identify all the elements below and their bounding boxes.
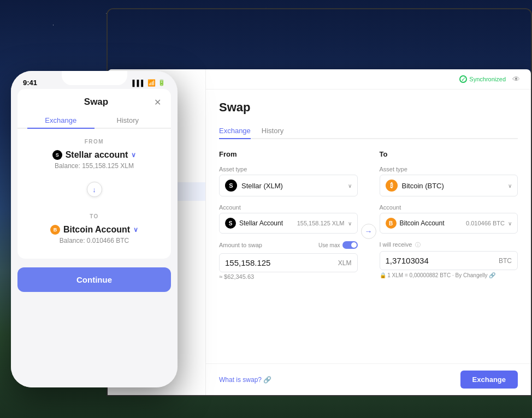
phone-from-label: FROM <box>27 139 161 145</box>
phone-to-section: TO B Bitcoin Account ∨ Balance: 0.010466… <box>17 204 171 250</box>
from-column: From Asset type S Stellar (XLM) ∨ <box>219 150 358 280</box>
bitcoin-account-icon: B <box>386 218 397 229</box>
from-asset-name: Stellar (XLM) <box>241 182 283 190</box>
phone-from-chevron-icon: ∨ <box>131 151 136 159</box>
from-account-chevron-icon: ∨ <box>348 220 352 226</box>
to-account-balance: 0.010466 BTC <box>466 220 505 226</box>
phone-screen: 9:41 ▌▌▌ 📶 🔋 Swap ✕ Exchange History <box>11 71 178 387</box>
to-account-label: Account <box>380 204 518 211</box>
bitcoin-asset-icon: ₿ <box>386 180 398 192</box>
sync-badge: ✓ Synchronized <box>459 75 506 83</box>
swap-content: Swap Exchange History From Asset type <box>206 89 531 363</box>
phone-from-balance: Balance: 155,158.125 XLM <box>27 162 161 170</box>
to-asset-type: Asset type ₿ Bitcoin (BTC) ∨ <box>380 166 518 196</box>
receive-currency: BTC <box>499 257 512 265</box>
phone-modal: Swap ✕ Exchange History FROM S Stellar a… <box>17 89 171 259</box>
from-amount: Amount to swap Use max XLM <box>219 241 358 280</box>
toggle-knob <box>351 242 357 248</box>
to-asset-select[interactable]: ₿ Bitcoin (BTC) ∨ <box>380 175 518 196</box>
use-max-container: Use max <box>318 241 357 249</box>
phone-stellar-icon: S <box>52 150 62 160</box>
to-asset-label: Asset type <box>380 166 518 172</box>
phone-tab-exchange[interactable]: Exchange <box>27 113 94 129</box>
from-asset-select[interactable]: S Stellar (XLM) ∨ <box>219 175 358 196</box>
main-content: ✓ Synchronized 👁 Swap Exchange History <box>206 69 531 395</box>
amount-usd: ≈ $62,345.63 <box>219 273 358 280</box>
phone-bitcoin-icon: B <box>50 225 60 235</box>
phone-frame: 9:41 ▌▌▌ 📶 🔋 Swap ✕ Exchange History <box>11 71 178 387</box>
eye-icon[interactable]: 👁 <box>512 75 520 83</box>
sync-label: Synchronized <box>469 76 506 82</box>
phone-tabs: Exchange History <box>17 108 171 129</box>
to-asset-chevron-icon: ∨ <box>508 183 512 189</box>
bottom-bar: What is swap? 🔗 Exchange <box>206 363 531 395</box>
phone-from-account-name: Stellar account <box>66 150 128 160</box>
amount-field: XLM <box>219 253 358 272</box>
from-section-label: From <box>219 150 358 158</box>
signal-icon: ▌▌▌ <box>133 80 145 86</box>
tab-exchange[interactable]: Exchange <box>219 123 251 139</box>
from-asset-type: Asset type S Stellar (XLM) ∨ <box>219 166 358 196</box>
from-account-balance: 155,158.125 XLM <box>297 220 345 226</box>
phone-title: Swap <box>38 97 154 108</box>
swap-form: From Asset type S Stellar (XLM) ∨ <box>219 150 518 280</box>
to-account-chevron-icon: ∨ <box>508 220 512 226</box>
phone-to-balance: Balance: 0.010466 BTC <box>27 237 161 244</box>
phone-from-section: FROM S Stellar account ∨ Balance: 155,15… <box>17 129 171 175</box>
to-section-label: To <box>380 150 518 158</box>
amount-input[interactable] <box>225 258 335 267</box>
phone-to-account-name: Bitcoin Account <box>63 225 130 235</box>
down-arrow-icon: ↓ <box>87 182 102 197</box>
use-max-label: Use max <box>318 242 340 248</box>
swap-tabs: Exchange History <box>219 123 518 139</box>
what-is-swap-link[interactable]: What is swap? 🔗 <box>219 376 271 384</box>
to-asset-name: Bitcoin (BTC) <box>402 182 444 190</box>
phone-to-label: TO <box>27 213 161 219</box>
phone-to-chevron-icon: ∨ <box>133 226 138 234</box>
tab-history[interactable]: History <box>262 123 283 139</box>
exchange-rate: 🔒 1 XLM = 0,00000882 BTC · By Changelly … <box>380 272 518 278</box>
phone-to-account-row[interactable]: B Bitcoin Account ∨ <box>27 225 161 235</box>
sync-icon: ✓ <box>459 75 467 83</box>
phone-swap-arrow: ↓ <box>17 175 171 204</box>
use-max-toggle[interactable] <box>342 241 358 249</box>
exchange-button[interactable]: Exchange <box>460 371 518 389</box>
receive-field: 1,37103034 BTC <box>380 251 518 270</box>
swap-arrow: → <box>358 150 380 280</box>
to-receive: I will receive ⓘ 1,37103034 BTC 🔒 1 XLM … <box>380 241 518 278</box>
phone-header: Swap ✕ <box>17 89 171 108</box>
to-account: Account B Bitcoin Account 0.010466 BTC ∨ <box>380 204 518 234</box>
receive-label: I will receive ⓘ <box>380 241 518 249</box>
swap-direction-icon: → <box>361 224 376 239</box>
stellar-account-icon: S <box>225 218 236 229</box>
receive-value: 1,37103034 <box>386 256 429 265</box>
wifi-icon: 📶 <box>147 79 156 87</box>
status-icons: ▌▌▌ 📶 🔋 <box>133 79 165 87</box>
to-account-name: Bitcoin Account <box>400 219 445 227</box>
battery-icon: 🔋 <box>158 79 165 86</box>
close-button[interactable]: ✕ <box>154 97 161 108</box>
from-account: Account S Stellar Account 155,158.125 XL… <box>219 204 358 234</box>
swap-page-title: Swap <box>219 100 518 115</box>
from-asset-label: Asset type <box>219 166 358 172</box>
stellar-asset-icon: S <box>225 180 237 192</box>
from-account-name: Stellar Account <box>239 219 283 227</box>
top-bar: ✓ Synchronized 👁 <box>206 69 531 89</box>
to-account-select[interactable]: B Bitcoin Account 0.010466 BTC ∨ <box>380 213 518 234</box>
phone-from-account-row[interactable]: S Stellar account ∨ <box>27 150 161 160</box>
to-column: To Asset type ₿ Bitcoin (BTC) ∨ <box>380 150 518 280</box>
from-account-label: Account <box>219 204 358 211</box>
amount-currency: XLM <box>338 259 352 267</box>
phone-notch <box>62 71 127 85</box>
amount-label: Amount to swap <box>219 242 262 248</box>
continue-button[interactable]: Continue <box>17 267 171 292</box>
phone-time: 9:41 <box>23 79 37 87</box>
phone-tab-history[interactable]: History <box>94 113 162 129</box>
from-asset-chevron-icon: ∨ <box>348 183 352 189</box>
from-account-select[interactable]: S Stellar Account 155,158.125 XLM ∨ <box>219 213 358 234</box>
